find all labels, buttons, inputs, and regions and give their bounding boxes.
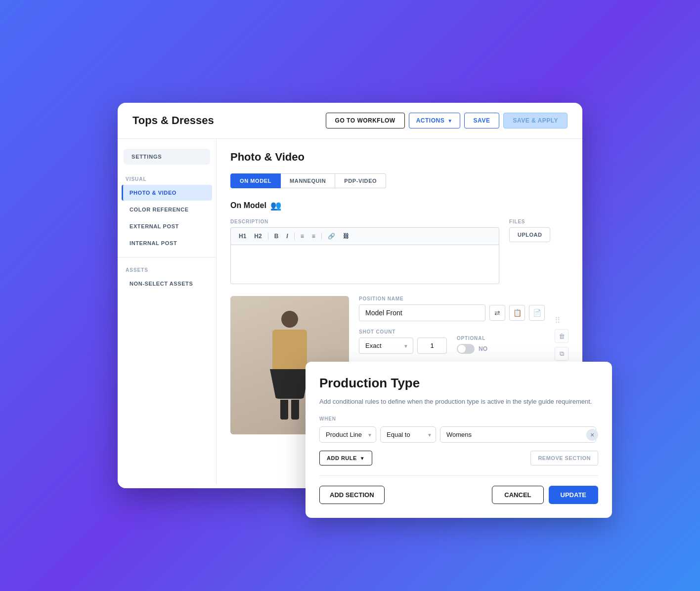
main-card: Tops & Dresses GO TO WORKFLOW ACTIONS ▼ … — [118, 103, 582, 488]
production-type-modal: Production Type Add conditional rules to… — [306, 362, 612, 518]
page-title: Tops & Dresses — [132, 114, 214, 127]
chevron-down-icon: ▼ — [360, 456, 365, 461]
sidebar-divider — [118, 257, 216, 257]
modal-title: Production Type — [319, 376, 598, 391]
shot-count-input[interactable] — [417, 338, 447, 354]
position-name-label: POSITION NAME — [359, 296, 545, 301]
ordered-list-button[interactable]: ≡ — [310, 232, 317, 241]
condition-row: Product Line Category Brand ▼ Equal to N… — [319, 426, 598, 443]
copy-icon[interactable]: ⧉ — [555, 347, 569, 361]
action-column: ⠿ 🗑 ⧉ — [555, 296, 569, 361]
shot-count-section: SHOT COUNT Exact Min Max ▼ — [359, 329, 447, 354]
modal-footer: ADD SECTION CANCEL UPDATE — [319, 475, 598, 504]
update-button[interactable]: UPDATE — [549, 486, 598, 504]
files-label: FILES — [509, 219, 569, 224]
desc-files-row: DESCRIPTION H1 H2 B I ≡ ≡ 🔗 ⛓ — [230, 219, 569, 284]
upload-button[interactable]: UPLOAD — [509, 227, 550, 242]
when-label: WHEN — [319, 416, 598, 422]
shot-optional-row: SHOT COUNT Exact Min Max ▼ — [359, 329, 545, 354]
unordered-list-button[interactable]: ≡ — [299, 232, 306, 241]
operator-select[interactable]: Equal to Not equal to Contains — [380, 426, 436, 443]
sidebar-item-external-post[interactable]: EXTERNAL POST — [122, 218, 212, 234]
cancel-button[interactable]: CANCEL — [492, 486, 543, 504]
toggle-row: NO — [457, 344, 545, 354]
description-section: DESCRIPTION H1 H2 B I ≡ ≡ 🔗 ⛓ — [230, 219, 499, 284]
h2-button[interactable]: H2 — [252, 232, 263, 241]
shot-type-select[interactable]: Exact Min Max — [359, 338, 413, 354]
description-label: DESCRIPTION — [230, 219, 499, 224]
condition-value-input[interactable] — [440, 426, 596, 443]
field-select[interactable]: Product Line Category Brand — [319, 426, 376, 443]
actions-button[interactable]: ACTIONS ▼ — [409, 113, 460, 128]
add-section-button[interactable]: ADD SECTION — [319, 486, 385, 504]
sidebar: SETTINGS VISUAL PHOTO & VIDEO COLOR REFE… — [118, 139, 217, 485]
optional-section: OPTIONAL NO — [457, 336, 545, 354]
header: Tops & Dresses GO TO WORKFLOW ACTIONS ▼ … — [118, 103, 582, 139]
modal-actions-row: ADD RULE ▼ REMOVE SECTION — [319, 451, 598, 465]
figure-skirt — [270, 369, 309, 399]
operator-select-wrapper: Equal to Not equal to Contains ▼ — [380, 426, 436, 443]
header-actions: GO TO WORKFLOW ACTIONS ▼ SAVE SAVE & APP… — [326, 113, 568, 128]
link-button[interactable]: 🔗 — [326, 232, 337, 241]
delete-icon[interactable]: 🗑 — [555, 329, 569, 343]
save-apply-button[interactable]: SAVE & APPLY — [503, 113, 568, 128]
sidebar-item-non-select-assets[interactable]: NON-SELECT ASSETS — [122, 276, 212, 292]
tab-mannequin[interactable]: MANNEQUIN — [281, 173, 335, 188]
add-rule-button[interactable]: ADD RULE ▼ — [319, 451, 372, 465]
figure-head — [281, 311, 298, 328]
condition-clear-button[interactable]: × — [586, 429, 598, 441]
unlink-button[interactable]: ⛓ — [341, 232, 351, 241]
modal-footer-right: CANCEL UPDATE — [492, 486, 598, 504]
position-section: POSITION NAME ⇄ 📋 📄 SHOT COUNT — [359, 296, 545, 354]
shot-type-select-wrapper: Exact Min Max ▼ — [359, 338, 413, 354]
modal-description: Add conditional rules to define when the… — [319, 397, 598, 407]
content-title: Photo & Video — [230, 151, 569, 164]
drag-handle-icon[interactable]: ⠿ — [555, 316, 569, 325]
tab-bar: ON MODEL MANNEQUIN PDP-VIDEO — [230, 173, 569, 188]
optional-label: OPTIONAL — [457, 336, 545, 341]
chevron-down-icon: ▼ — [447, 118, 452, 124]
toolbar-separator-2 — [294, 233, 295, 240]
optional-value: NO — [479, 345, 487, 352]
shot-count-group: Exact Min Max ▼ — [359, 338, 447, 354]
tab-on-model[interactable]: ON MODEL — [230, 173, 281, 188]
visual-section-label: VISUAL — [118, 172, 216, 184]
sidebar-item-photo-video[interactable]: PHOTO & VIDEO — [122, 185, 212, 201]
position-paste-icon[interactable]: 📄 — [529, 305, 545, 321]
files-section: FILES UPLOAD — [509, 219, 569, 284]
sidebar-item-settings[interactable]: SETTINGS — [124, 149, 210, 165]
go-to-workflow-button[interactable]: GO TO WORKFLOW — [326, 113, 405, 128]
field-select-wrapper: Product Line Category Brand ▼ — [319, 426, 376, 443]
section-header: On Model 👥 — [230, 200, 569, 211]
shot-count-label: SHOT COUNT — [359, 329, 447, 335]
remove-section-button[interactable]: REMOVE SECTION — [530, 451, 598, 465]
sidebar-item-color-reference[interactable]: COLOR REFERENCE — [122, 202, 212, 217]
optional-toggle[interactable] — [457, 344, 475, 354]
position-name-input[interactable] — [359, 304, 485, 321]
h1-button[interactable]: H1 — [237, 232, 248, 241]
position-copy-icon[interactable]: 📋 — [509, 305, 525, 321]
toggle-knob — [458, 345, 466, 353]
people-icon: 👥 — [270, 200, 281, 211]
section-title: On Model — [230, 201, 266, 210]
position-link-icon[interactable]: ⇄ — [489, 305, 505, 321]
editor-toolbar: H1 H2 B I ≡ ≡ 🔗 ⛓ — [230, 227, 499, 245]
tab-pdp-video[interactable]: PDP-VIDEO — [335, 173, 386, 188]
bold-button[interactable]: B — [272, 232, 281, 241]
sidebar-item-internal-post[interactable]: INTERNAL POST — [122, 235, 212, 251]
description-editor[interactable] — [230, 245, 499, 284]
italic-button[interactable]: I — [284, 232, 290, 241]
toolbar-separator — [268, 233, 268, 240]
position-name-row: ⇄ 📋 📄 — [359, 304, 545, 321]
figure-body — [272, 330, 307, 369]
assets-section-label: ASSETS — [118, 263, 216, 275]
save-button[interactable]: SAVE — [464, 113, 500, 128]
toolbar-separator-3 — [321, 233, 322, 240]
